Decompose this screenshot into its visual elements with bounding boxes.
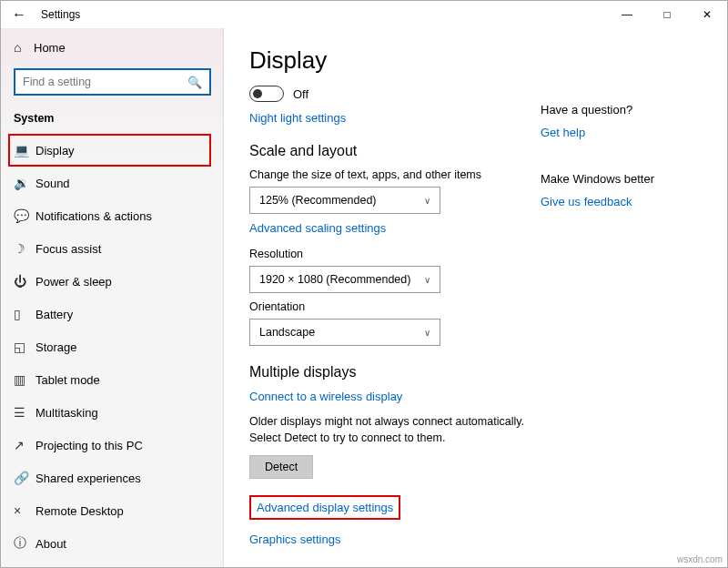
have-question-title: Have a question?: [541, 103, 695, 117]
window-body: ⌂ Home 🔍 System 💻Display 🔉Sound 💬Notific…: [1, 28, 727, 567]
nav-projecting[interactable]: ↗Projecting to this PC: [14, 429, 211, 462]
feedback-link[interactable]: Give us feedback: [541, 195, 632, 208]
nav-about[interactable]: ⓘAbout: [14, 527, 211, 560]
nav-shared-experiences[interactable]: 🔗Shared experiences: [14, 462, 211, 494]
nav-multitasking[interactable]: ☰Multitasking: [14, 396, 211, 429]
night-light-toggle-row: Off: [249, 86, 541, 102]
nav-remote-desktop[interactable]: ×Remote Desktop: [14, 494, 211, 527]
nav-focus-assist[interactable]: ☽Focus assist: [14, 232, 211, 265]
titlebar: ← Settings — □ ✕: [1, 1, 727, 28]
make-better-title: Make Windows better: [541, 172, 695, 186]
back-button[interactable]: ←: [8, 6, 30, 23]
advanced-display-wrap: Advanced display settings: [249, 495, 541, 520]
settings-column: Display Off Night light settings Scale a…: [249, 46, 541, 549]
multiple-displays-heading: Multiple displays: [249, 364, 541, 380]
graphics-wrap: Graphics settings: [249, 532, 541, 546]
sidebar: ⌂ Home 🔍 System 💻Display 🔉Sound 💬Notific…: [1, 28, 224, 567]
nav-list: 💻Display 🔉Sound 💬Notifications & actions…: [14, 134, 211, 560]
nav-tablet-mode[interactable]: ▥Tablet mode: [14, 363, 211, 396]
battery-icon: ▯: [14, 307, 35, 321]
minimize-button[interactable]: —: [607, 1, 647, 28]
search-input[interactable]: [23, 76, 187, 88]
section-header: System: [14, 112, 211, 125]
display-icon: 💻: [14, 143, 35, 157]
nav-storage[interactable]: ◱Storage: [14, 330, 211, 363]
home-icon: ⌂: [14, 40, 34, 55]
scale-heading: Scale and layout: [249, 143, 541, 159]
detect-button[interactable]: Detect: [249, 455, 313, 479]
advanced-display-settings-link[interactable]: Advanced display settings: [249, 495, 400, 520]
nav-battery[interactable]: ▯Battery: [14, 298, 211, 330]
older-displays-note: Older displays might not always connect …: [249, 414, 541, 446]
window-title: Settings: [41, 8, 80, 21]
night-light-settings-link[interactable]: Night light settings: [249, 111, 346, 125]
storage-icon: ◱: [14, 340, 35, 354]
main-content: Display Off Night light settings Scale a…: [224, 28, 727, 567]
nav-notifications[interactable]: 💬Notifications & actions: [14, 199, 211, 232]
orientation-label: Orientation: [249, 300, 541, 313]
nav-power-sleep[interactable]: ⏻Power & sleep: [14, 265, 211, 298]
maximize-button[interactable]: □: [647, 1, 687, 28]
chevron-down-icon: ∨: [424, 196, 430, 206]
orientation-dropdown[interactable]: Landscape ∨: [249, 319, 440, 346]
chevron-down-icon: ∨: [424, 328, 430, 338]
scale-value: 125% (Recommended): [259, 194, 377, 207]
home-label: Home: [34, 41, 66, 55]
nav-sound[interactable]: 🔉Sound: [14, 167, 211, 199]
orientation-value: Landscape: [259, 326, 315, 339]
help-column: Have a question? Get help Make Windows b…: [541, 46, 695, 549]
chevron-down-icon: ∨: [424, 275, 430, 285]
sidebar-divider: [222, 28, 224, 567]
power-icon: ⏻: [14, 274, 35, 289]
focus-assist-icon: ☽: [14, 241, 35, 256]
projecting-icon: ↗: [14, 438, 35, 452]
tablet-icon: ▥: [14, 372, 35, 387]
get-help-link[interactable]: Get help: [541, 126, 585, 139]
resolution-dropdown[interactable]: 1920 × 1080 (Recommended) ∨: [249, 266, 440, 293]
wireless-display-link[interactable]: Connect to a wireless display: [249, 390, 402, 403]
about-icon: ⓘ: [14, 535, 35, 552]
shared-icon: 🔗: [14, 471, 35, 485]
search-icon: 🔍: [187, 76, 202, 89]
multitasking-icon: ☰: [14, 405, 35, 420]
page-title: Display: [249, 46, 541, 75]
attribution: wsxdn.com: [677, 554, 723, 564]
remote-desktop-icon: ×: [14, 503, 35, 518]
resolution-value: 1920 × 1080 (Recommended): [259, 273, 410, 286]
resolution-label: Resolution: [249, 248, 541, 260]
nav-home[interactable]: ⌂ Home: [14, 34, 211, 61]
advanced-scaling-link[interactable]: Advanced scaling settings: [249, 221, 386, 235]
graphics-settings-link[interactable]: Graphics settings: [249, 532, 340, 546]
sound-icon: 🔉: [14, 176, 35, 190]
window-controls: — □ ✕: [607, 1, 727, 28]
scale-dropdown[interactable]: 125% (Recommended) ∨: [249, 187, 440, 214]
nav-display[interactable]: 💻Display: [8, 134, 211, 167]
night-light-toggle[interactable]: [249, 86, 284, 102]
notifications-icon: 💬: [14, 208, 35, 223]
close-button[interactable]: ✕: [687, 1, 727, 28]
settings-window: ← Settings — □ ✕ ⌂ Home 🔍 System 💻Displa…: [0, 0, 728, 568]
search-box[interactable]: 🔍: [14, 68, 211, 96]
toggle-state: Off: [293, 87, 308, 101]
toggle-knob: [253, 89, 262, 98]
scale-label: Change the size of text, apps, and other…: [249, 168, 541, 181]
